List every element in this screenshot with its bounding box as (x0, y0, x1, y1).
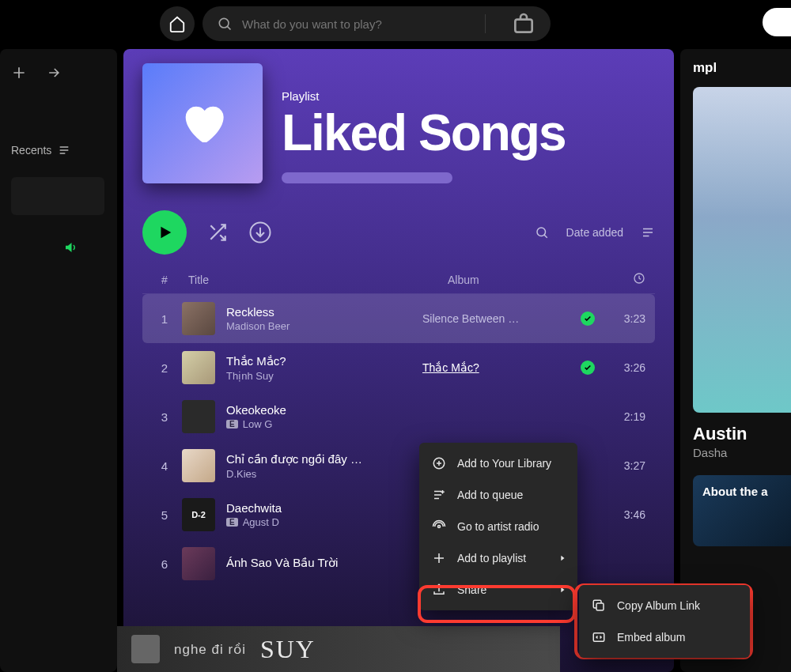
menu-label: Share (457, 583, 486, 596)
menu-label: Add to Your Library (457, 457, 551, 470)
search-icon (217, 16, 233, 32)
track-artist: Madison Beer (226, 320, 290, 332)
track-duration: 3:23 (606, 312, 645, 325)
play-button[interactable] (142, 210, 187, 255)
right-panel-title: mpl (693, 60, 791, 76)
browse-icon[interactable] (511, 11, 536, 36)
banner-text2: SUY (260, 635, 316, 664)
playlist-owner[interactable] (282, 172, 452, 183)
divider (485, 14, 486, 33)
playlist-type: Playlist (282, 89, 566, 103)
track-thumb (182, 351, 215, 384)
download-button[interactable] (248, 221, 272, 244)
track-thumb: D-2 (182, 498, 215, 531)
track-duration: 3:46 (606, 508, 645, 521)
banner-text1: nghe đi rồi (174, 641, 246, 658)
track-number: 3 (152, 410, 177, 424)
now-playing-song[interactable]: Austin (693, 424, 791, 444)
track-duration: 3:27 (606, 459, 645, 472)
profile-button[interactable] (763, 8, 791, 36)
track-name: Ánh Sao Và Bầu Trời (226, 556, 338, 570)
search-box[interactable] (202, 6, 551, 41)
copy-icon (592, 598, 606, 613)
col-title: Title (177, 274, 448, 286)
chevron-right-icon (558, 586, 566, 594)
track-name: Reckless (226, 305, 290, 319)
sidebar: Recents (0, 49, 117, 672)
banner-logo (131, 635, 160, 663)
check-icon (581, 361, 595, 375)
menu-label: Go to artist radio (457, 520, 539, 533)
menu-add-playlist[interactable]: Add to playlist (424, 542, 573, 574)
clock-icon (633, 272, 645, 285)
radio-icon (432, 519, 446, 534)
track-number: 2 (152, 361, 177, 375)
track-name: Thắc Mắc? (226, 354, 286, 368)
track-thumb (182, 547, 215, 580)
recents-toggle[interactable]: Recents (11, 144, 106, 157)
track-album[interactable]: Thắc Mắc? (422, 361, 581, 374)
menu-label: Add to queue (457, 489, 523, 501)
search-input[interactable] (242, 17, 475, 31)
submenu-label: Copy Album Link (617, 599, 700, 612)
explicit-badge: E (226, 420, 238, 428)
view-icon[interactable] (641, 225, 655, 240)
chevron-right-icon (558, 554, 566, 562)
explicit-badge: E (226, 518, 238, 527)
col-number: # (152, 274, 177, 286)
shuffle-button[interactable] (207, 222, 228, 243)
volume-icon[interactable] (63, 240, 106, 258)
menu-add-queue[interactable]: Add to queue (424, 479, 573, 511)
svg-rect-8 (593, 633, 604, 642)
recents-label: Recents (11, 144, 51, 157)
forward-icon[interactable] (46, 65, 62, 81)
track-artist: ELow G (226, 418, 286, 430)
playlist-title: Liked Songs (282, 108, 566, 158)
submenu-copy-link[interactable]: Copy Album Link (584, 590, 745, 621)
track-thumb (182, 400, 215, 433)
track-thumb (182, 302, 215, 335)
main-panel: Playlist Liked Songs Date added (123, 49, 674, 672)
context-menu: Add to Your Library Add to queue Go to a… (419, 443, 577, 610)
about-artist-card[interactable]: About the a (693, 475, 791, 546)
plus-icon[interactable] (11, 65, 27, 81)
list-icon (58, 144, 70, 157)
track-row[interactable]: 2 Thắc Mắc? Thịnh Suy Thắc Mắc? 3:26 (142, 343, 655, 392)
heart-icon (177, 98, 228, 149)
menu-share[interactable]: Share (424, 574, 573, 606)
svg-rect-1 (515, 20, 532, 32)
check-icon (581, 311, 595, 326)
playlist-item[interactable] (11, 177, 104, 215)
track-name: Chỉ cần được ngồi đây … (226, 452, 362, 466)
track-album[interactable]: Silence Between … (422, 312, 581, 325)
menu-label: Add to playlist (457, 552, 526, 564)
banner[interactable]: nghe đi rồi SUY (117, 626, 560, 672)
submenu-embed[interactable]: Embed album (584, 621, 745, 653)
col-duration (606, 272, 645, 287)
track-number: 5 (152, 508, 177, 522)
home-button[interactable] (160, 6, 195, 41)
track-row[interactable]: 4 Chỉ cần được ngồi đây … D.Kies 3:27 (142, 441, 655, 490)
track-row[interactable]: 6 Ánh Sao Và Bầu Trời (142, 539, 655, 588)
menu-add-library[interactable]: Add to Your Library (424, 447, 573, 479)
sort-button[interactable]: Date added (566, 226, 623, 239)
plus-icon (432, 551, 446, 565)
menu-artist-radio[interactable]: Go to artist radio (424, 511, 573, 542)
search-list-icon[interactable] (535, 225, 549, 240)
now-playing-art[interactable] (693, 87, 791, 413)
submenu-label: Embed album (617, 631, 685, 644)
track-row[interactable]: 5 D-2 Daechwita EAgust D 3:46 (142, 490, 655, 539)
track-name: Daechwita (226, 501, 282, 515)
track-number: 4 (152, 459, 177, 473)
playlist-cover[interactable] (142, 63, 263, 183)
now-playing-artist[interactable]: Dasha (693, 446, 791, 459)
share-icon (432, 583, 446, 597)
track-artist: D.Kies (226, 468, 362, 480)
svg-point-0 (219, 18, 229, 28)
track-row[interactable]: 1 Reckless Madison Beer Silence Between … (142, 294, 655, 343)
play-icon (156, 224, 173, 241)
track-duration: 2:19 (606, 410, 645, 423)
track-row[interactable]: 3 Okeokeoke ELow G 2:19 (142, 392, 655, 441)
track-number: 6 (152, 557, 177, 571)
track-artist: EAgust D (226, 516, 282, 528)
